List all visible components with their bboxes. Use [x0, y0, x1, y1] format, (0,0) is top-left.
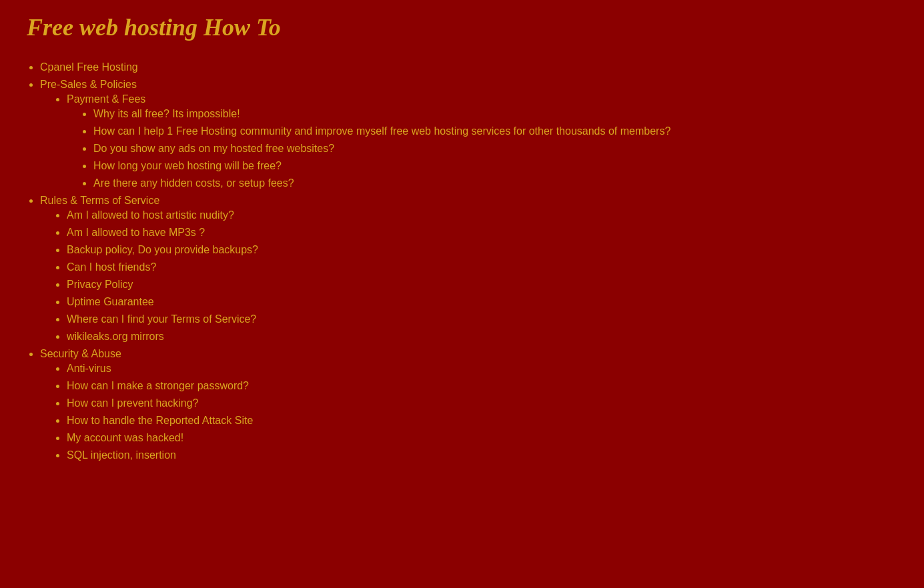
list-item-uptime: Uptime Guarantee: [67, 296, 897, 308]
list-item-cpanel: Cpanel Free Hosting: [40, 61, 897, 73]
link-account-hacked[interactable]: My account was hacked!: [67, 432, 183, 443]
list-item-wikileaks: wikileaks.org mirrors: [67, 331, 897, 343]
link-artistic-nudity[interactable]: Am I allowed to host artistic nudity?: [67, 209, 234, 221]
link-backup[interactable]: Backup policy, Do you provide backups?: [67, 244, 258, 255]
list-item-privacy: Privacy Policy: [67, 279, 897, 291]
link-why-free[interactable]: Why its all free? Its impossible!: [93, 108, 240, 119]
link-reported-attack[interactable]: How to handle the Reported Attack Site: [67, 415, 253, 426]
pre-sales-children: Payment & Fees Why its all free? Its imp…: [40, 93, 897, 189]
link-how-help[interactable]: How can I help 1 Free Hosting community …: [93, 125, 670, 137]
link-stronger-password[interactable]: How can I make a stronger password?: [67, 380, 249, 391]
link-security-abuse[interactable]: Security & Abuse: [40, 348, 121, 359]
link-antivirus[interactable]: Anti-virus: [67, 363, 111, 374]
list-item-antivirus: Anti-virus: [67, 363, 897, 375]
list-item-ads: Do you show any ads on my hosted free we…: [93, 143, 897, 155]
list-item-payment-fees: Payment & Fees Why its all free? Its imp…: [67, 93, 897, 189]
list-item-mp3s: Am I allowed to have MP3s ?: [67, 227, 897, 239]
link-privacy[interactable]: Privacy Policy: [67, 279, 133, 290]
list-item-why-free: Why its all free? Its impossible!: [93, 108, 897, 120]
list-item-host-friends: Can I host friends?: [67, 261, 897, 273]
link-hidden-costs[interactable]: Are there any hidden costs, or setup fee…: [93, 177, 294, 189]
list-item-how-help: How can I help 1 Free Hosting community …: [93, 125, 897, 137]
list-item-how-long: How long your web hosting will be free?: [93, 160, 897, 172]
list-item-prevent-hacking: How can I prevent hacking?: [67, 397, 897, 409]
link-how-long[interactable]: How long your web hosting will be free?: [93, 160, 282, 171]
list-item-rules-terms: Rules & Terms of Service Am I allowed to…: [40, 195, 897, 343]
link-sql-injection[interactable]: SQL injection, insertion: [67, 449, 176, 461]
list-item-reported-attack: How to handle the Reported Attack Site: [67, 415, 897, 427]
security-abuse-children: Anti-virus How can I make a stronger pas…: [40, 363, 897, 461]
list-item-pre-sales: Pre-Sales & Policies Payment & Fees Why …: [40, 79, 897, 189]
list-item-stronger-password: How can I make a stronger password?: [67, 380, 897, 392]
list-item-artistic-nudity: Am I allowed to host artistic nudity?: [67, 209, 897, 221]
list-item-security-abuse: Security & Abuse Anti-virus How can I ma…: [40, 348, 897, 461]
link-pre-sales[interactable]: Pre-Sales & Policies: [40, 79, 137, 90]
link-payment-fees[interactable]: Payment & Fees: [67, 93, 145, 105]
link-mp3s[interactable]: Am I allowed to have MP3s ?: [67, 227, 205, 238]
list-item-backup: Backup policy, Do you provide backups?: [67, 244, 897, 256]
main-list: Cpanel Free Hosting Pre-Sales & Policies…: [27, 61, 897, 461]
link-uptime[interactable]: Uptime Guarantee: [67, 296, 154, 307]
link-rules-terms[interactable]: Rules & Terms of Service: [40, 195, 159, 206]
list-item-account-hacked: My account was hacked!: [67, 432, 897, 444]
payment-fees-children: Why its all free? Its impossible! How ca…: [67, 108, 897, 189]
link-ads[interactable]: Do you show any ads on my hosted free we…: [93, 143, 334, 154]
rules-terms-children: Am I allowed to host artistic nudity? Am…: [40, 209, 897, 343]
link-tos[interactable]: Where can I find your Terms of Service?: [67, 313, 256, 325]
list-item-hidden-costs: Are there any hidden costs, or setup fee…: [93, 177, 897, 189]
page-title: Free web hosting How To: [27, 13, 897, 41]
link-prevent-hacking[interactable]: How can I prevent hacking?: [67, 397, 198, 409]
list-item-tos: Where can I find your Terms of Service?: [67, 313, 897, 325]
link-wikileaks[interactable]: wikileaks.org mirrors: [67, 331, 164, 342]
link-host-friends[interactable]: Can I host friends?: [67, 261, 156, 273]
list-item-sql-injection: SQL injection, insertion: [67, 449, 897, 461]
link-cpanel[interactable]: Cpanel Free Hosting: [40, 61, 138, 73]
